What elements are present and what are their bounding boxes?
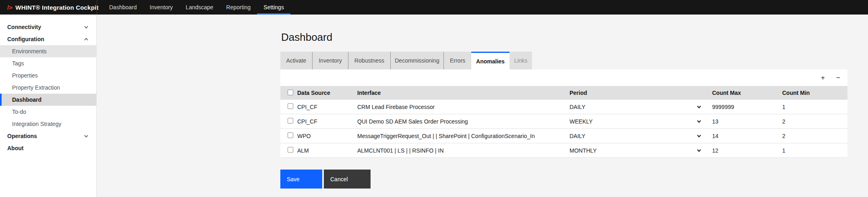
topbar-divider: [97, 0, 97, 15]
sidebar-item-dashboard[interactable]: Dashboard: [0, 94, 96, 106]
sidebar-item-tags[interactable]: Tags: [0, 57, 96, 69]
anomalies-table-panel: + − Data Source Interface Period Count M…: [280, 69, 847, 158]
save-button[interactable]: Save: [280, 170, 322, 189]
sidebar-item-integration-strategy[interactable]: Integration Strategy: [0, 118, 96, 130]
period-value: MONTHLY: [570, 147, 597, 154]
column-header-interface: Interface: [357, 90, 570, 96]
row-checkbox[interactable]: [288, 103, 293, 109]
period-select[interactable]: MONTHLY: [570, 147, 712, 154]
chevron-down-icon: [84, 25, 89, 29]
topnav-item-landscape[interactable]: Landscape: [179, 0, 220, 15]
period-value: DAILY: [570, 104, 585, 110]
chevron-up-icon: [84, 37, 89, 42]
sidebar-item-properties[interactable]: Properties: [0, 69, 96, 82]
chevron-down-icon: [696, 148, 702, 153]
sidebar-item-operations[interactable]: Operations: [0, 130, 96, 142]
sidebar-item-label: To-do: [12, 109, 26, 115]
cancel-button[interactable]: Cancel: [324, 170, 371, 189]
sidebar-item-label: Tags: [12, 60, 24, 67]
cell-count-min[interactable]: 1: [782, 104, 847, 110]
table-row: CPI_CF CRM Lead Firebase Processor DAILY…: [280, 100, 847, 114]
sidebar-item-connectivity[interactable]: Connectivity: [0, 21, 96, 33]
sidebar-item-about[interactable]: About: [0, 142, 96, 154]
chevron-down-icon: [696, 104, 702, 109]
period-value: WEEKLY: [570, 118, 592, 125]
table-row: WPO MessageTriggerRequest_Out | | ShareP…: [280, 129, 847, 143]
tab-activate[interactable]: Activate: [280, 52, 312, 69]
column-header-period: Period: [570, 90, 712, 96]
cell-count-min[interactable]: 2: [782, 133, 847, 139]
sidebar-item-label: Dashboard: [12, 96, 41, 103]
period-value: DAILY: [570, 133, 585, 139]
topnav-item-settings[interactable]: Settings: [257, 0, 290, 15]
sidebar-item-property-extraction[interactable]: Property Extraction: [0, 82, 96, 94]
topnav-item-dashboard[interactable]: Dashboard: [103, 0, 143, 15]
app-title: WHINT® Integration Cockpit: [15, 4, 98, 11]
cell-interface: QUI Demo SD AEM Sales Order Processing: [357, 118, 570, 125]
cell-count-max[interactable]: 13: [712, 118, 782, 125]
top-navigation: Dashboard Inventory Landscape Reporting …: [103, 0, 290, 15]
chevron-down-icon: [696, 119, 702, 124]
cell-count-max[interactable]: 14: [712, 133, 782, 139]
tab-decommissioning[interactable]: Decommissioning: [390, 52, 443, 69]
page-title: Dashboard: [281, 31, 332, 43]
row-checkbox[interactable]: [288, 147, 293, 153]
topbar: /> WHINT® Integration Cockpit Dashboard …: [0, 0, 868, 15]
cell-data-source: CPI_CF: [297, 118, 357, 125]
table-toolbar: + −: [280, 69, 847, 86]
cell-data-source: WPO: [297, 133, 357, 139]
chevron-down-icon: [696, 133, 702, 138]
form-actions: Save Cancel: [280, 170, 371, 189]
topnav-item-reporting[interactable]: Reporting: [220, 0, 257, 15]
tab-bar: Activate Inventory Robustness Decommissi…: [280, 52, 532, 69]
period-select[interactable]: WEEKLY: [570, 118, 712, 125]
cell-interface: MessageTriggerRequest_Out | | SharePoint…: [357, 133, 570, 139]
sidebar-item-label: Operations: [7, 133, 37, 139]
cell-count-max[interactable]: 9999999: [712, 104, 782, 110]
topnav-item-inventory[interactable]: Inventory: [143, 0, 180, 15]
remove-row-button[interactable]: −: [834, 73, 843, 82]
sidebar-item-environments[interactable]: Environments: [0, 45, 96, 57]
sidebar-item-label: Environments: [12, 48, 47, 54]
period-select[interactable]: DAILY: [570, 104, 712, 110]
add-row-button[interactable]: +: [818, 73, 827, 82]
sidebar-item-label: Properties: [12, 72, 38, 79]
column-header-count-max: Count Max: [712, 90, 782, 96]
select-all-checkbox[interactable]: [288, 90, 293, 95]
column-header-data-source: Data Source: [297, 90, 357, 96]
table-row: CPI_CF QUI Demo SD AEM Sales Order Proce…: [280, 114, 847, 129]
tab-robustness[interactable]: Robustness: [348, 52, 390, 69]
cell-data-source: ALM: [297, 147, 357, 154]
column-header-count-min: Count Min: [782, 90, 847, 96]
sidebar-item-configuration[interactable]: Configuration: [0, 33, 96, 45]
sidebar-item-label: Configuration: [7, 36, 44, 42]
logo-code-icon: />: [7, 4, 12, 11]
tab-inventory[interactable]: Inventory: [312, 52, 348, 69]
row-checkbox[interactable]: [288, 132, 293, 138]
sidebar-item-label: Integration Strategy: [12, 121, 61, 127]
tab-errors[interactable]: Errors: [443, 52, 471, 69]
period-select[interactable]: DAILY: [570, 133, 712, 139]
table-header-row: Data Source Interface Period Count Max C…: [280, 86, 847, 100]
chevron-down-icon: [84, 134, 89, 138]
cell-count-max[interactable]: 12: [712, 147, 782, 154]
main-content: Dashboard Activate Inventory Robustness …: [97, 15, 868, 197]
cell-data-source: CPI_CF: [297, 104, 357, 110]
row-checkbox[interactable]: [288, 118, 293, 124]
tab-anomalies[interactable]: Anomalies: [471, 52, 510, 69]
sidebar-item-label: About: [7, 145, 23, 151]
sidebar-item-label: Property Extraction: [12, 84, 60, 91]
cell-count-min[interactable]: 2: [782, 118, 847, 125]
tab-links[interactable]: Links: [510, 52, 532, 69]
sidebar: Connectivity Configuration Environments …: [0, 15, 97, 197]
sidebar-item-to-do[interactable]: To-do: [0, 106, 96, 118]
table-row: ALM ALMCLNT001 | LS | | RSINFO | IN MONT…: [280, 143, 847, 158]
cell-count-min[interactable]: 1: [782, 147, 847, 154]
app-logo[interactable]: /> WHINT® Integration Cockpit: [7, 0, 99, 15]
sidebar-item-label: Connectivity: [7, 24, 41, 30]
cell-interface: ALMCLNT001 | LS | | RSINFO | IN: [357, 147, 570, 154]
cell-interface: CRM Lead Firebase Processor: [357, 104, 570, 110]
